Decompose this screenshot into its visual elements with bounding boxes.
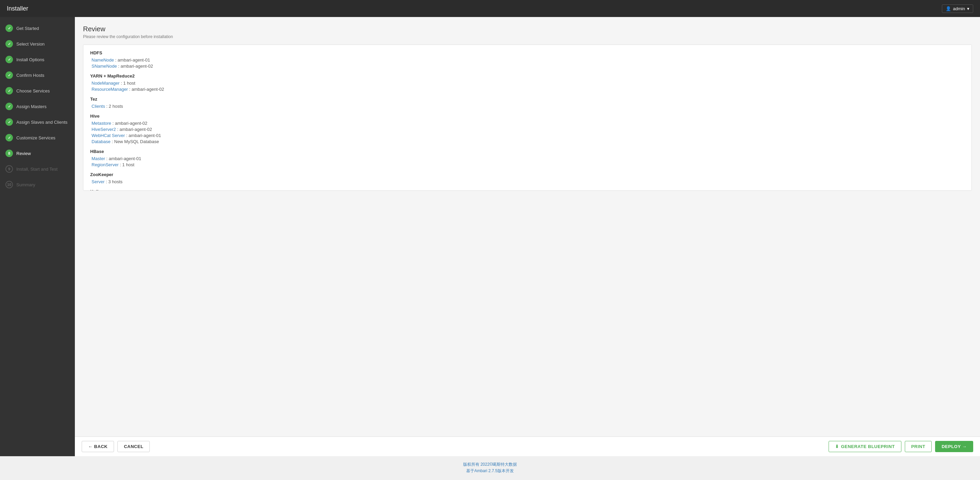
sidebar-item-label-confirm-hosts: Confirm Hosts xyxy=(16,73,44,78)
cancel-button[interactable]: CANCEL xyxy=(118,441,150,452)
footer-bar: ← BACK CANCEL ⬇ GENERATE BLUEPRINT PRINT… xyxy=(75,437,980,456)
service-row: SNameNode : ambari-agent-02 xyxy=(90,63,965,69)
step-icon-review: 8 xyxy=(5,150,13,157)
service-key: SNameNode xyxy=(92,63,117,69)
step-icon-confirm-hosts: ✓ xyxy=(5,71,13,79)
content-area: Review Please review the configuration b… xyxy=(75,17,980,456)
service-name: Hive xyxy=(90,114,965,119)
footer-left: ← BACK CANCEL xyxy=(82,441,150,452)
sidebar-item-assign-masters[interactable]: ✓Assign Masters xyxy=(0,98,75,114)
page-title: Review xyxy=(83,25,972,33)
app-title: Installer xyxy=(7,5,28,12)
service-value: : New MySQL Database xyxy=(111,139,159,144)
service-section: HDFSNameNode : ambari-agent-01SNameNode … xyxy=(90,50,965,69)
generate-blueprint-button[interactable]: ⬇ GENERATE BLUEPRINT xyxy=(829,441,901,452)
download-icon: ⬇ xyxy=(835,444,839,449)
service-value: : ambari-agent-02 xyxy=(128,87,164,92)
service-key: Clients xyxy=(92,104,105,109)
service-section: TezClients : 2 hosts xyxy=(90,97,965,109)
main-layout: ✓Get Started✓Select Version✓Install Opti… xyxy=(0,17,980,456)
sidebar-item-label-customize-services: Customize Services xyxy=(16,135,56,140)
sidebar-item-label-choose-services: Choose Services xyxy=(16,89,50,93)
service-value: : ambari-agent-01 xyxy=(105,156,141,161)
service-row: RegionServer : 1 host xyxy=(90,162,965,167)
service-value: : 2 hosts xyxy=(105,104,123,109)
sidebar-item-customize-services[interactable]: ✓Customize Services xyxy=(0,130,75,146)
step-icon-summary: 10 xyxy=(5,181,13,189)
dropdown-icon: ▾ xyxy=(967,6,969,11)
sidebar-item-install-options[interactable]: ✓Install Options xyxy=(0,52,75,67)
sidebar-item-assign-slaves[interactable]: ✓Assign Slaves and Clients xyxy=(0,114,75,130)
step-icon-assign-masters: ✓ xyxy=(5,103,13,110)
sidebar-item-get-started[interactable]: ✓Get Started xyxy=(0,21,75,36)
sidebar-item-confirm-hosts[interactable]: ✓Confirm Hosts xyxy=(0,67,75,83)
sidebar-item-install-start-test: 9Install, Start and Test xyxy=(0,161,75,177)
service-row: Database : New MySQL Database xyxy=(90,139,965,144)
step-icon-get-started: ✓ xyxy=(5,24,13,32)
generate-blueprint-label: GENERATE BLUEPRINT xyxy=(841,444,894,449)
step-icon-install-start-test: 9 xyxy=(5,165,13,173)
service-value: : ambari-agent-02 xyxy=(116,127,152,132)
sidebar: ✓Get Started✓Select Version✓Install Opti… xyxy=(0,17,75,456)
service-key: Master xyxy=(92,156,105,161)
service-value: : 1 host xyxy=(119,81,135,86)
service-key: HiveServer2 xyxy=(92,127,116,132)
print-button[interactable]: PRINT xyxy=(905,441,932,452)
service-row: HiveServer2 : ambari-agent-02 xyxy=(90,127,965,132)
service-section: ZooKeeperServer : 3 hosts xyxy=(90,172,965,184)
service-value: : 3 hosts xyxy=(105,179,123,184)
sidebar-item-review[interactable]: 8Review xyxy=(0,146,75,161)
sidebar-item-label-get-started: Get Started xyxy=(16,26,39,31)
sidebar-item-label-summary: Summary xyxy=(16,182,35,187)
service-key: ResourceManager xyxy=(92,87,128,92)
page-subtitle: Please review the configuration before i… xyxy=(83,34,972,39)
step-icon-assign-slaves: ✓ xyxy=(5,118,13,126)
service-name: Kafka xyxy=(90,189,965,191)
service-row: Metastore : ambari-agent-02 xyxy=(90,121,965,126)
footer-right: ⬇ GENERATE BLUEPRINT PRINT DEPLOY → xyxy=(829,441,973,452)
service-section: HiveMetastore : ambari-agent-02HiveServe… xyxy=(90,114,965,144)
service-name: Tez xyxy=(90,97,965,101)
service-row: Server : 3 hosts xyxy=(90,179,965,184)
deploy-button[interactable]: DEPLOY → xyxy=(935,441,973,452)
service-row: Clients : 2 hosts xyxy=(90,104,965,109)
review-box: HDFSNameNode : ambari-agent-01SNameNode … xyxy=(83,44,972,191)
service-row: WebHCat Server : ambari-agent-01 xyxy=(90,133,965,138)
back-button[interactable]: ← BACK xyxy=(82,441,114,452)
user-icon: 👤 xyxy=(946,6,951,11)
sidebar-item-label-install-start-test: Install, Start and Test xyxy=(16,166,57,172)
service-key: NameNode xyxy=(92,57,114,63)
footer-line2: 基于Ambari 2.7.5版本开发 xyxy=(5,468,975,474)
sidebar-item-choose-services[interactable]: ✓Choose Services xyxy=(0,83,75,98)
step-icon-install-options: ✓ xyxy=(5,56,13,63)
service-name: HDFS xyxy=(90,50,965,55)
service-section: HBaseMaster : ambari-agent-01RegionServe… xyxy=(90,149,965,167)
user-menu[interactable]: 👤 admin ▾ xyxy=(942,5,973,13)
service-section: KafkaBroker : ambari-agent-01 xyxy=(90,189,965,191)
sidebar-item-summary: 10Summary xyxy=(0,177,75,192)
service-name: YARN + MapReduce2 xyxy=(90,73,965,79)
sidebar-item-label-assign-slaves: Assign Slaves and Clients xyxy=(16,120,67,125)
step-icon-customize-services: ✓ xyxy=(5,134,13,141)
service-key: Metastore xyxy=(92,121,111,126)
service-value: : ambari-agent-01 xyxy=(125,133,161,138)
sidebar-item-label-install-options: Install Options xyxy=(16,57,44,62)
service-value: : ambari-agent-01 xyxy=(114,57,150,63)
service-row: NodeManager : 1 host xyxy=(90,81,965,86)
service-row: Master : ambari-agent-01 xyxy=(90,156,965,161)
service-key: Server xyxy=(92,179,105,184)
step-icon-choose-services: ✓ xyxy=(5,87,13,95)
service-key: RegionServer xyxy=(92,162,119,167)
footer-line1: 版权所有 2022©噶斯特大数据 xyxy=(5,462,975,467)
service-value: : 1 host xyxy=(119,162,134,167)
service-row: NameNode : ambari-agent-01 xyxy=(90,57,965,63)
service-key: Database xyxy=(92,139,111,144)
service-section: YARN + MapReduce2NodeManager : 1 hostRes… xyxy=(90,73,965,92)
service-value: : ambari-agent-02 xyxy=(111,121,147,126)
sidebar-item-select-version[interactable]: ✓Select Version xyxy=(0,36,75,52)
service-row: ResourceManager : ambari-agent-02 xyxy=(90,87,965,92)
step-icon-select-version: ✓ xyxy=(5,40,13,48)
service-name: ZooKeeper xyxy=(90,172,965,177)
user-name: admin xyxy=(953,6,965,11)
content-body: Review Please review the configuration b… xyxy=(75,17,980,437)
